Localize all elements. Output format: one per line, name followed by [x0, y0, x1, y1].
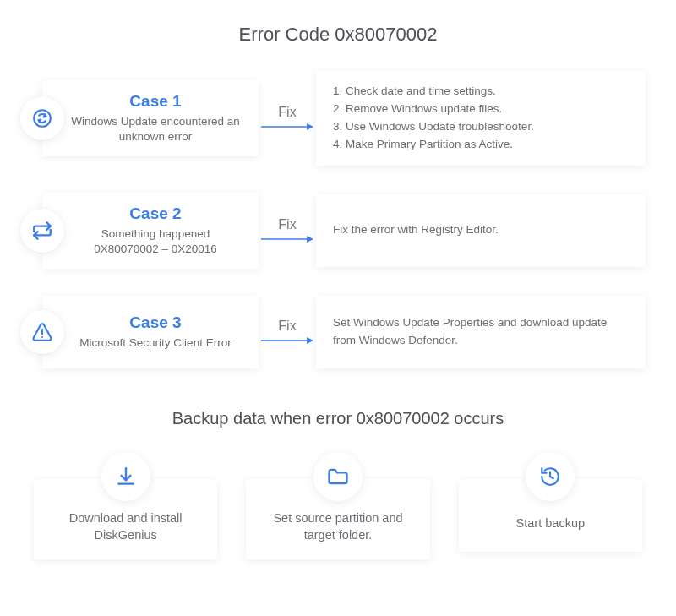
arrow-right-icon	[261, 122, 313, 132]
fix-connector: Fix	[260, 319, 314, 346]
case-title: Case 1	[129, 92, 181, 111]
backup-step: Set source partition and target folder.	[246, 452, 429, 559]
case-card: Case 3 Microsoft Security Client Error	[42, 296, 259, 368]
warning-triangle-icon	[20, 310, 64, 354]
svg-point-0	[34, 110, 51, 127]
backup-step: Download and install DiskGenius	[34, 452, 217, 559]
fix-item: 1. Check date and time settings.	[333, 83, 629, 101]
fix-label: Fix	[278, 217, 296, 232]
svg-marker-4	[307, 236, 313, 243]
case-description: Something happened 0X80070002 – 0X20016	[68, 226, 243, 257]
case-title: Case 3	[129, 313, 181, 332]
svg-marker-2	[307, 123, 313, 130]
backup-steps: Download and install DiskGenius Set sour…	[0, 452, 676, 559]
backup-step-text: Start backup	[516, 515, 585, 532]
case-row: Case 2 Something happened 0X80070002 – 0…	[24, 193, 646, 269]
fix-card: Set Windows Update Properties and downlo…	[316, 296, 646, 368]
fix-card: 1. Check date and time settings. 2. Remo…	[316, 71, 646, 166]
refresh-circle-icon	[20, 96, 64, 140]
cases-container: Case 1 Windows Update encountered an unk…	[0, 71, 676, 368]
fix-item: 3. Use Windows Update troubleshooter.	[333, 118, 629, 136]
backup-step: Start backup	[459, 452, 642, 559]
case-description: Windows Update encountered an unknown er…	[68, 114, 243, 144]
case-title: Case 2	[129, 204, 181, 223]
svg-marker-8	[307, 337, 313, 344]
folder-icon	[313, 452, 363, 501]
backup-section-title: Backup data when error 0x80070002 occurs	[0, 409, 676, 428]
fix-connector: Fix	[260, 105, 314, 132]
case-card: Case 1 Windows Update encountered an unk…	[42, 80, 259, 156]
retweet-icon	[20, 209, 64, 253]
download-icon	[101, 452, 150, 501]
fix-card: Fix the error with Registry Editor.	[316, 194, 646, 267]
fix-item: 2. Remove Windows update files.	[333, 101, 629, 118]
fix-text: Fix the error with Registry Editor.	[333, 221, 629, 239]
backup-step-text: Download and install DiskGenius	[46, 510, 205, 544]
backup-step-text: Set source partition and target folder.	[258, 510, 417, 544]
case-row: Case 3 Microsoft Security Client Error F…	[24, 296, 646, 368]
case-card: Case 2 Something happened 0X80070002 – 0…	[42, 193, 259, 269]
fix-list: 1. Check date and time settings. 2. Remo…	[333, 83, 629, 154]
case-row: Case 1 Windows Update encountered an unk…	[24, 71, 646, 166]
fix-label: Fix	[278, 105, 296, 120]
svg-point-6	[41, 336, 43, 338]
page-title: Error Code 0x80070002	[0, 0, 676, 71]
fix-item: 4. Make Primary Partition as Active.	[333, 136, 629, 154]
case-description: Microsoft Security Client Error	[79, 335, 231, 351]
arrow-right-icon	[261, 234, 313, 244]
fix-connector: Fix	[260, 217, 314, 244]
fix-label: Fix	[278, 319, 296, 334]
arrow-right-icon	[261, 335, 313, 346]
fix-text: Set Windows Update Properties and downlo…	[333, 314, 629, 350]
